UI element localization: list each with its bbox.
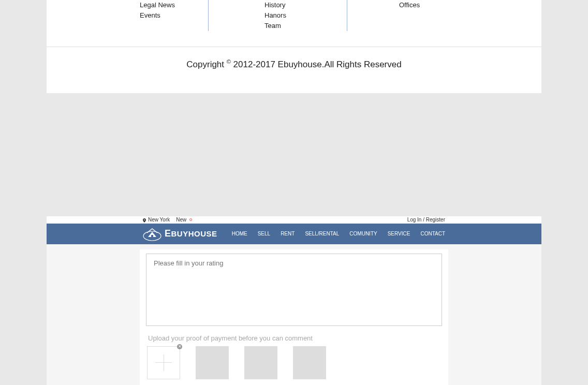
footer-link-offices[interactable]: Offices (399, 0, 420, 10)
page-gap (0, 93, 588, 216)
upload-slot-3[interactable] (293, 346, 326, 379)
copyright-suffix: 2012-2017 Ebuyhouse.All Rights Reserved (231, 60, 402, 69)
topbar: New York New Log In / Register (47, 216, 541, 224)
nav-sell[interactable]: SELL (258, 231, 270, 236)
location-text[interactable]: New York (148, 217, 170, 223)
new-label[interactable]: New (176, 217, 186, 223)
footer-col-1: Legal News Events (47, 0, 208, 31)
content-area: Upload your proof of payment before you … (47, 244, 541, 385)
location-pin-icon (143, 218, 146, 222)
logo-text: EBUYHOUSE (165, 228, 217, 239)
upload-row: ✕ (147, 346, 442, 379)
footer-link-hanors[interactable]: Hanors (264, 10, 326, 21)
footer-col-2: History Hanors Team (208, 0, 347, 31)
nav-service[interactable]: SERVICE (388, 231, 410, 236)
footer-columns: Legal News Events History Hanors Team Of… (47, 0, 541, 47)
upload-add-button[interactable]: ✕ (147, 346, 180, 379)
upload-slot-2[interactable] (244, 346, 277, 379)
footer-section: Legal News Events History Hanors Team Of… (47, 0, 541, 93)
topbar-left: New York New (143, 217, 192, 223)
nav-links: HOME SELL RENT SELL/RENTAL COMUNITY SERV… (232, 231, 445, 236)
logo-icon (143, 227, 161, 241)
rating-input[interactable] (146, 254, 442, 326)
footer-link-events[interactable]: Events (140, 10, 187, 21)
copyright-text: Copyright © 2012-2017 Ebuyhouse.All Righ… (47, 47, 541, 70)
footer-col-3: Offices (347, 0, 440, 31)
footer-link-team[interactable]: Team (264, 21, 326, 31)
upload-slot-1[interactable] (196, 346, 229, 379)
nav-sell-rental[interactable]: SELL/RENTAL (305, 231, 339, 236)
svg-rect-1 (151, 235, 153, 237)
nav-comunity[interactable]: COMUNITY (349, 231, 377, 236)
nav-home[interactable]: HOME (232, 231, 247, 236)
second-page: New York New Log In / Register EBUYHOUSE (47, 216, 541, 385)
logo[interactable]: EBUYHOUSE (143, 227, 217, 241)
upload-label: Upload your proof of payment before you … (148, 334, 442, 342)
nav-rent[interactable]: RENT (281, 231, 295, 236)
notification-dot-icon (189, 218, 192, 221)
footer-link-legal-news[interactable]: Legal News (140, 0, 187, 10)
login-register-link[interactable]: Log In / Register (407, 217, 445, 223)
copyright-prefix: Copyright (186, 60, 226, 69)
nav-contact[interactable]: CONTACT (420, 231, 445, 236)
comment-card: Upload your proof of payment before you … (140, 249, 448, 385)
navbar: EBUYHOUSE HOME SELL RENT SELL/RENTAL COM… (47, 224, 541, 244)
footer-link-history[interactable]: History (264, 0, 326, 10)
close-icon[interactable]: ✕ (177, 344, 182, 349)
copyright-symbol: © (227, 58, 231, 65)
